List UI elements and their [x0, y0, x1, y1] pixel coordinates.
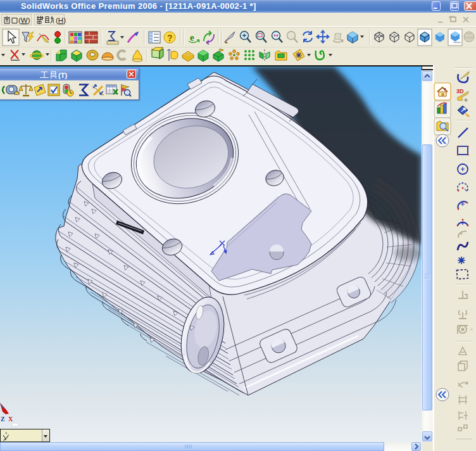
svg-text:e: e	[190, 32, 194, 42]
svg-text:X: X	[8, 416, 13, 422]
svg-text:(W): (W)	[18, 16, 30, 24]
svg-text:(T): (T)	[58, 72, 67, 79]
svg-text:Z: Z	[1, 416, 5, 422]
svg-text:?: ?	[167, 33, 173, 43]
svg-text:(H): (H)	[56, 16, 66, 24]
